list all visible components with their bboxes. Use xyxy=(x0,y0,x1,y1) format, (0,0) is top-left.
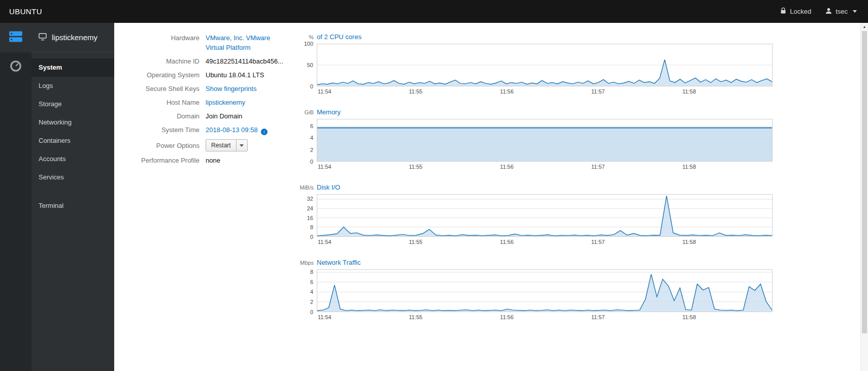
network-x-axis: 11:5411:5511:5611:5711:58 xyxy=(317,312,773,321)
network-chart-title-link[interactable]: Network Traffic xyxy=(317,259,360,266)
user-icon xyxy=(825,8,832,16)
host-name-row: Host Name lipstickenemy xyxy=(114,98,299,107)
domain-row: Domain Join Domain xyxy=(114,111,299,121)
locked-label: Locked xyxy=(790,8,811,15)
sidebar-item-logs[interactable]: Logs xyxy=(31,77,114,95)
domain-label: Domain xyxy=(114,111,206,121)
show-fingerprints-link[interactable]: Show fingerprints xyxy=(206,85,256,92)
hardware-row: Hardware VMware, Inc. VMware Virtual Pla… xyxy=(114,33,299,52)
memory-chart: GiB Memory 6420 11:5411:5511:5611:5711:5… xyxy=(299,108,773,170)
network-unit-label: Mbps xyxy=(299,260,317,266)
main-content: Hardware VMware, Inc. VMware Virtual Pla… xyxy=(114,23,860,371)
memory-chart-title-link[interactable]: Memory xyxy=(317,108,341,116)
host-name-link[interactable]: lipstickenemy xyxy=(206,99,245,106)
memory-unit-label: GiB xyxy=(299,109,317,115)
performance-profile-row: Performance Profile none xyxy=(114,156,299,165)
power-options-dropdown-button[interactable] xyxy=(236,140,247,151)
host-name-label: Host Name xyxy=(114,98,206,107)
host-header[interactable]: lipstickenemy xyxy=(31,23,114,52)
operating-system-label: Operating System xyxy=(114,70,206,80)
masthead: UBUNTU Locked tsec xyxy=(0,0,868,23)
username-label: tsec xyxy=(836,8,848,15)
cpu-plot-area xyxy=(317,44,773,86)
cpu-y-axis: 100500 xyxy=(299,44,317,86)
sidebar-item-services[interactable]: Services xyxy=(31,168,114,187)
scrollbar-thumb[interactable] xyxy=(862,31,867,333)
scrollbar[interactable]: ▲ xyxy=(860,23,868,371)
performance-profile-label: Performance Profile xyxy=(114,156,206,165)
disk-io-chart: MiB/s Disk I/O 32241680 11:5411:5511:561… xyxy=(299,183,773,245)
hostname-label: lipstickenemy xyxy=(52,33,97,42)
disk-io-unit-label: MiB/s xyxy=(299,184,317,191)
sidebar-item-containers[interactable]: Containers xyxy=(31,132,114,150)
machine-id-label: Machine ID xyxy=(114,56,206,66)
memory-plot-area xyxy=(317,119,773,162)
rail-item-dashboard[interactable] xyxy=(0,52,31,82)
ssh-keys-label: Secure Shell Keys xyxy=(114,84,206,94)
ssh-keys-row: Secure Shell Keys Show fingerprints xyxy=(114,84,299,94)
cpu-chart-title-link[interactable]: of 2 CPU cores xyxy=(317,33,361,41)
disk-io-x-axis: 11:5411:5511:5611:5711:58 xyxy=(317,237,773,245)
info-icon[interactable]: i xyxy=(261,129,268,135)
cpu-chart: % of 2 CPU cores 100500 11:5411:5511:561… xyxy=(299,33,773,95)
restart-button[interactable]: Restart xyxy=(206,140,236,151)
cpu-x-axis: 11:5411:5511:5611:5711:58 xyxy=(317,86,773,95)
system-time-link[interactable]: 2018-08-13 09:58 xyxy=(206,126,258,134)
sidebar-item-terminal[interactable]: Terminal xyxy=(31,197,114,215)
sidebar-menu: System Logs Storage Networking Container… xyxy=(31,52,114,215)
join-domain-link[interactable]: Join Domain xyxy=(206,112,242,120)
memory-y-axis: 6420 xyxy=(299,119,317,162)
disk-io-plot-area xyxy=(317,194,773,237)
network-y-axis: 86420 xyxy=(299,269,317,312)
sidebar-item-networking[interactable]: Networking xyxy=(31,113,114,132)
system-info-panel: Hardware VMware, Inc. VMware Virtual Pla… xyxy=(114,33,299,371)
system-time-row: System Time 2018-08-13 09:58i xyxy=(114,125,299,135)
memory-x-axis: 11:5411:5511:5611:5711:58 xyxy=(317,162,773,170)
brand-logo: UBUNTU xyxy=(0,7,42,16)
performance-profile-value: none xyxy=(206,156,282,165)
network-plot-area xyxy=(317,269,773,312)
monitor-icon xyxy=(39,33,47,42)
chevron-down-icon xyxy=(853,10,857,13)
lock-icon xyxy=(780,7,786,16)
hardware-link[interactable]: VMware, Inc. VMware Virtual Platform xyxy=(206,34,270,51)
sidebar-item-accounts[interactable]: Accounts xyxy=(31,150,114,168)
power-options-row: Power Options Restart xyxy=(114,139,299,151)
host-rail xyxy=(0,23,31,371)
power-options-split-button: Restart xyxy=(206,139,248,151)
user-menu[interactable]: tsec xyxy=(825,8,857,16)
machine-id-value: 49c1822514114bacb456... xyxy=(206,56,292,66)
sidebar-item-system[interactable]: System xyxy=(31,58,114,77)
hardware-label: Hardware xyxy=(114,33,206,43)
operating-system-value: Ubuntu 18.04.1 LTS xyxy=(206,70,282,80)
cpu-unit-label: % xyxy=(299,34,317,40)
locked-indicator[interactable]: Locked xyxy=(780,7,811,16)
scroll-up-arrow-icon[interactable]: ▲ xyxy=(861,23,868,30)
disk-io-chart-title-link[interactable]: Disk I/O xyxy=(317,183,340,191)
server-icon xyxy=(9,30,23,45)
charts-panel: % of 2 CPU cores 100500 11:5411:5511:561… xyxy=(299,33,773,371)
operating-system-row: Operating System Ubuntu 18.04.1 LTS xyxy=(114,70,299,80)
network-traffic-chart: Mbps Network Traffic 86420 11:5411:5511:… xyxy=(299,259,773,321)
sidebar-item-storage[interactable]: Storage xyxy=(31,95,114,113)
caret-down-icon xyxy=(240,144,244,147)
disk-io-y-axis: 32241680 xyxy=(299,194,317,237)
machine-id-row: Machine ID 49c1822514114bacb456... xyxy=(114,56,299,66)
power-options-label: Power Options xyxy=(114,141,206,150)
gauge-icon xyxy=(9,59,22,75)
system-time-label: System Time xyxy=(114,125,206,135)
rail-item-host[interactable] xyxy=(0,23,31,52)
sidebar-nav: lipstickenemy System Logs Storage Networ… xyxy=(31,23,114,371)
